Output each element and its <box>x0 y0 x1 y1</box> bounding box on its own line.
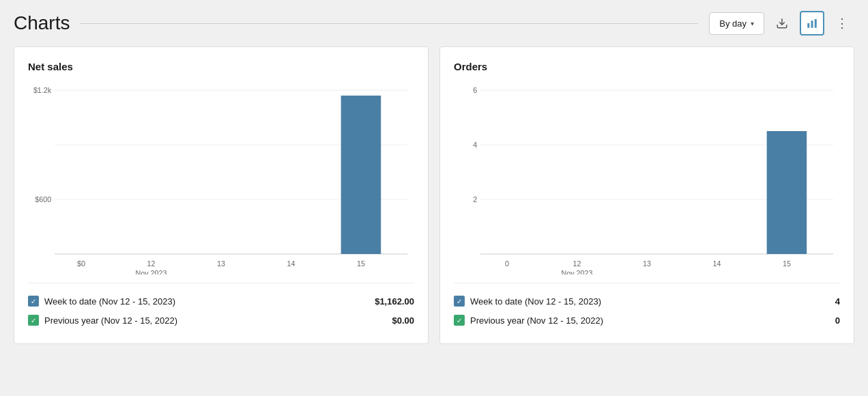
charts-grid: Net sales $1.2k $600 $0 12 13 14 15 <box>14 46 854 344</box>
svg-text:13: 13 <box>217 259 225 268</box>
orders-legend-label-0: Week to date (Nov 12 - 15, 2023) <box>470 296 601 307</box>
orders-svg: 6 4 2 0 12 13 14 15 Nov 2023 <box>454 83 840 274</box>
svg-text:Nov 2023: Nov 2023 <box>562 269 593 274</box>
orders-checkbox-1: ✓ <box>454 315 465 326</box>
orders-bar-15 <box>767 131 807 254</box>
orders-chart-area: 6 4 2 0 12 13 14 15 Nov 2023 <box>454 83 840 274</box>
page-container: Charts By day ▾ <box>0 0 868 355</box>
net-sales-legend-label-1: Previous year (Nov 12 - 15, 2022) <box>44 315 177 326</box>
page-header: Charts By day ▾ <box>14 11 854 36</box>
svg-text:15: 15 <box>357 259 365 268</box>
net-sales-title: Net sales <box>28 61 414 72</box>
svg-rect-1 <box>807 23 809 28</box>
svg-text:12: 12 <box>147 259 156 268</box>
orders-legend-value-0: 4 <box>835 296 840 307</box>
ellipsis-icon: ⋮ <box>836 16 849 31</box>
orders-title: Orders <box>454 61 840 72</box>
svg-text:13: 13 <box>643 259 651 268</box>
header-divider <box>81 23 698 24</box>
svg-text:15: 15 <box>783 259 791 268</box>
svg-rect-3 <box>815 19 817 28</box>
svg-text:6: 6 <box>473 86 477 94</box>
orders-legend-row-1: ✓ Previous year (Nov 12 - 15, 2022) 0 <box>454 311 840 330</box>
svg-text:12: 12 <box>573 259 581 268</box>
svg-text:$600: $600 <box>35 195 51 203</box>
svg-text:Nov 2023: Nov 2023 <box>136 269 167 274</box>
net-sales-legend-value-0: $1,162.00 <box>375 296 414 307</box>
by-day-label: By day <box>719 18 747 29</box>
svg-text:14: 14 <box>287 259 295 268</box>
save-icon-button[interactable] <box>770 11 794 36</box>
net-sales-legend-row-0: ✓ Week to date (Nov 12 - 15, 2023) $1,16… <box>28 292 414 311</box>
orders-legend-row-0: ✓ Week to date (Nov 12 - 15, 2023) 4 <box>454 292 840 311</box>
net-sales-chart-area: $1.2k $600 $0 12 13 14 15 Nov 2023 <box>28 83 414 274</box>
chevron-down-icon: ▾ <box>751 20 754 27</box>
net-sales-legend-label-0: Week to date (Nov 12 - 15, 2023) <box>44 296 175 307</box>
orders-checkbox-0: ✓ <box>454 296 465 307</box>
net-sales-svg: $1.2k $600 $0 12 13 14 15 Nov 2023 <box>28 83 414 274</box>
net-sales-checkbox-0: ✓ <box>28 296 39 307</box>
orders-legend-left-1: ✓ Previous year (Nov 12 - 15, 2022) <box>454 315 603 326</box>
net-sales-legend-value-1: $0.00 <box>392 315 414 326</box>
bar-chart-icon <box>806 17 818 29</box>
svg-text:4: 4 <box>473 141 477 149</box>
download-icon <box>776 17 788 29</box>
net-sales-chart-card: Net sales $1.2k $600 $0 12 13 14 15 <box>14 46 429 344</box>
page-title: Charts <box>14 12 70 34</box>
net-sales-checkbox-1: ✓ <box>28 315 39 326</box>
net-sales-legend-row-1: ✓ Previous year (Nov 12 - 15, 2022) $0.0… <box>28 311 414 330</box>
orders-chart-card: Orders 6 4 2 0 12 13 14 15 <box>439 46 854 344</box>
net-sales-legend-left-0: ✓ Week to date (Nov 12 - 15, 2023) <box>28 296 175 307</box>
net-sales-bar-15 <box>341 96 381 254</box>
orders-legend-left-0: ✓ Week to date (Nov 12 - 15, 2023) <box>454 296 601 307</box>
svg-text:$1.2k: $1.2k <box>33 86 52 94</box>
orders-divider <box>454 283 840 283</box>
svg-text:14: 14 <box>712 259 721 268</box>
by-day-button[interactable]: By day ▾ <box>709 12 764 35</box>
svg-text:0: 0 <box>505 259 509 268</box>
svg-text:2: 2 <box>473 195 477 203</box>
bar-chart-icon-button[interactable] <box>800 11 824 36</box>
net-sales-divider <box>28 283 414 283</box>
orders-legend-label-1: Previous year (Nov 12 - 15, 2022) <box>470 315 603 326</box>
net-sales-legend-left-1: ✓ Previous year (Nov 12 - 15, 2022) <box>28 315 177 326</box>
svg-text:$0: $0 <box>77 259 85 268</box>
header-actions: By day ▾ ⋮ <box>709 11 854 36</box>
more-options-button[interactable]: ⋮ <box>830 11 854 36</box>
svg-rect-2 <box>811 20 813 28</box>
orders-legend-value-1: 0 <box>835 315 840 326</box>
